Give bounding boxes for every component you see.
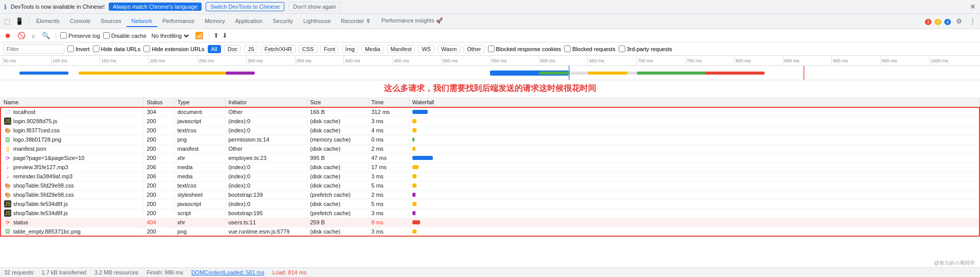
dont-show-again-button[interactable]: Don't show again	[288, 2, 340, 11]
preserve-log-label[interactable]: Preserve log	[60, 32, 100, 39]
table-row[interactable]: ♪preview.3f1fe127.mp3206media(index):0(d…	[1, 163, 979, 172]
cell-initiator[interactable]: users.ts:11	[225, 218, 307, 227]
filter-input[interactable]	[3, 44, 64, 54]
more-icon[interactable]: ⋮	[967, 16, 978, 26]
filter-css-button[interactable]: CSS	[299, 45, 317, 53]
filter-all-button[interactable]: All	[208, 45, 221, 53]
switch-devtools-button[interactable]: Switch DevTools to Chinese	[206, 2, 284, 11]
table-row[interactable]: {}manifest.json200manifestOther(disk cac…	[1, 144, 979, 153]
clear-button[interactable]: 🚫	[16, 31, 27, 40]
table-row[interactable]: ⟳page?page=1&pageSize=10200xhremployee.t…	[1, 153, 979, 163]
cell-name[interactable]: ⟳status	[1, 218, 143, 227]
cell-name[interactable]: 🎨login.f8377ced.css	[1, 126, 143, 135]
filter-icon[interactable]: ⌕	[30, 31, 37, 40]
mobile-icon[interactable]: 📱	[13, 16, 26, 26]
inspect-icon[interactable]: ⬚	[2, 16, 12, 26]
cell-initiator[interactable]: (index):0	[225, 181, 307, 190]
tab-performance-insights[interactable]: Performance insights 🚀	[376, 15, 448, 27]
filter-wasm-button[interactable]: Wasm	[437, 45, 460, 53]
col-waterfall[interactable]: Waterfall	[409, 97, 979, 107]
table-row[interactable]: JSlogin.90288d75.js200javascript(index):…	[1, 117, 979, 126]
cell-initiator[interactable]: permission.ts:14	[225, 135, 307, 144]
col-time[interactable]: Time	[368, 97, 409, 107]
col-initiator[interactable]: Initiator	[225, 97, 307, 107]
blocked-requests-label[interactable]: Blocked requests	[564, 45, 615, 52]
cell-initiator[interactable]: employee.ts:23	[225, 153, 307, 163]
table-row[interactable]: 🎨login.f8377ced.css200text/css(index):0(…	[1, 126, 979, 135]
cell-name[interactable]: JSshopTable.fe534d8f.js	[1, 199, 143, 209]
cell-initiator[interactable]: Other	[225, 144, 307, 153]
third-party-checkbox[interactable]	[619, 45, 625, 52]
cell-name[interactable]: 🎨shopTable.5fd29e98.css	[1, 181, 143, 190]
table-row[interactable]: 🎨shopTable.5fd29e98.css200text/css(index…	[1, 181, 979, 190]
initiator-link[interactable]: permission.ts:14	[229, 136, 270, 143]
table-row[interactable]: 🎨shopTable.5fd29e98.css200stylesheetboot…	[1, 190, 979, 199]
col-type[interactable]: Type	[174, 97, 225, 107]
initiator-link[interactable]: employee.ts:23	[229, 155, 267, 161]
cell-name[interactable]: 📄localhost	[1, 107, 143, 117]
import-icon[interactable]: ⬆	[213, 32, 219, 39]
record-button[interactable]: ⏺	[3, 31, 13, 40]
tab-performance[interactable]: Performance	[157, 16, 200, 27]
initiator-link[interactable]: (index):0	[229, 164, 251, 170]
cell-name[interactable]: ⟳page?page=1&pageSize=10	[1, 153, 143, 163]
throttle-select[interactable]: No throttling Slow 3G Fast 3G	[150, 32, 190, 39]
blocked-requests-checkbox[interactable]	[564, 45, 571, 52]
initiator-link[interactable]: (index):0	[229, 201, 251, 207]
initiator-link[interactable]: bootstrap:139	[229, 192, 263, 198]
blocked-cookies-label[interactable]: Blocked response cookies	[488, 45, 561, 52]
disable-cache-label[interactable]: Disable cache	[103, 32, 146, 39]
table-row[interactable]: ♪reminder.0a3849af.mp3206media(index):0(…	[1, 172, 979, 181]
filter-manifest-button[interactable]: Manifest	[387, 45, 415, 53]
tab-console[interactable]: Console	[65, 16, 95, 27]
invert-checkbox[interactable]	[67, 45, 74, 52]
filter-js-button[interactable]: JS	[244, 45, 258, 53]
table-row[interactable]: 🖼logo.38b01728.png200pngpermission.ts:14…	[1, 135, 979, 144]
table-row[interactable]: JSshopTable.fe534d8f.js200javascript(ind…	[1, 199, 979, 209]
cell-name[interactable]: JSshopTable.fe534d8f.js	[1, 209, 143, 218]
close-notif-button[interactable]: ✕	[970, 3, 976, 11]
filter-fetch-xhr-button[interactable]: Fetch/XHR	[261, 45, 296, 53]
table-row[interactable]: 📄localhost304documentOther166 B312 ms	[1, 107, 979, 117]
cell-name[interactable]: {}manifest.json	[1, 144, 143, 153]
search-icon[interactable]: 🔍	[40, 31, 52, 40]
tab-application[interactable]: Application	[230, 16, 268, 27]
blocked-cookies-checkbox[interactable]	[488, 45, 495, 52]
third-party-label[interactable]: 3rd-party requests	[619, 45, 672, 52]
settings-icon[interactable]: ⚙	[954, 16, 964, 26]
cell-initiator[interactable]: bootstrap:195	[225, 209, 307, 218]
tab-security[interactable]: Security	[267, 16, 298, 27]
cell-name[interactable]: 🎨shopTable.5fd29e98.css	[1, 190, 143, 199]
filter-media-button[interactable]: Media	[361, 45, 384, 53]
col-size[interactable]: Size	[307, 97, 368, 107]
tab-network[interactable]: Network	[127, 16, 157, 27]
cell-initiator[interactable]: bootstrap:139	[225, 190, 307, 199]
filter-doc-button[interactable]: Doc	[224, 45, 241, 53]
filter-font-button[interactable]: Font	[321, 45, 339, 53]
wifi-icon[interactable]: 📶	[193, 31, 205, 40]
filter-img-button[interactable]: Img	[342, 45, 358, 53]
cell-initiator[interactable]: (index):0	[225, 199, 307, 209]
initiator-link[interactable]: (index):0	[229, 173, 251, 179]
table-row[interactable]: ⟳status404xhrusers.ts:11259 B8 ms	[1, 218, 979, 227]
cell-initiator[interactable]: (index):0	[225, 163, 307, 172]
cell-name[interactable]: ♪reminder.0a3849af.mp3	[1, 172, 143, 181]
tab-elements[interactable]: Elements	[31, 16, 65, 27]
hide-ext-urls-checkbox[interactable]	[143, 45, 150, 52]
cell-name[interactable]: JSlogin.90288d75.js	[1, 117, 143, 126]
filter-ws-button[interactable]: WS	[418, 45, 434, 53]
network-table-container[interactable]: Name Status Type Initiator Size Time Wat…	[0, 97, 980, 256]
tab-memory[interactable]: Memory	[200, 16, 230, 27]
tab-sources[interactable]: Sources	[95, 16, 126, 27]
table-row[interactable]: 🖼table_empty.885371bc.png200pngvue.runti…	[1, 227, 979, 236]
cell-name[interactable]: 🖼logo.38b01728.png	[1, 135, 143, 144]
col-status[interactable]: Status	[143, 97, 174, 107]
cell-initiator[interactable]: vue.runtime.esm.js:6779	[225, 227, 307, 236]
initiator-link[interactable]: users.ts:11	[229, 219, 256, 225]
hide-ext-urls-label[interactable]: Hide extension URLs	[143, 45, 204, 52]
cell-name[interactable]: ♪preview.3f1fe127.mp3	[1, 163, 143, 172]
col-name[interactable]: Name	[1, 97, 143, 107]
initiator-link[interactable]: (index):0	[229, 182, 251, 189]
initiator-link[interactable]: bootstrap:195	[229, 210, 263, 216]
export-icon[interactable]: ⬇	[222, 32, 228, 39]
